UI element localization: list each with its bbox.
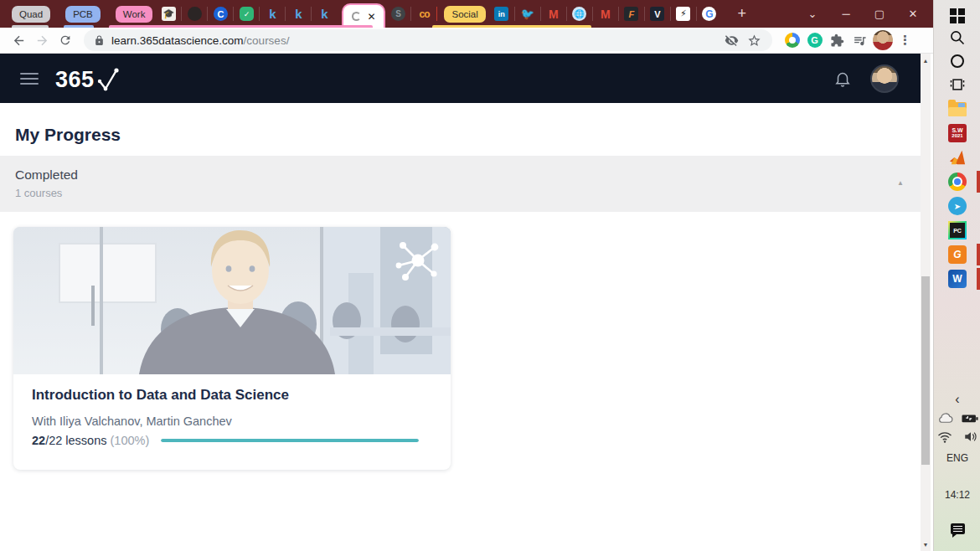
battery-icon[interactable] [961,413,979,424]
tab-linkedin[interactable]: in [489,3,514,25]
tab-green-shield[interactable]: ✓ [234,3,259,25]
page-title: My Progress [15,125,921,145]
notifications-bell-icon[interactable] [833,69,852,89]
word-icon[interactable]: W [934,268,980,290]
page-viewport: 365 My Progress Completed 1 courses ▲ [0,54,921,551]
site-logo[interactable]: 365 [55,64,121,93]
tab-bird[interactable]: ⚡ [671,3,696,25]
matlab-icon[interactable] [934,147,980,168]
tab-notebook[interactable]: 🎓 [156,3,181,25]
onedrive-cloud-icon[interactable] [936,412,955,424]
lessons-progress-text: 22/22 lessons (100%) [32,434,149,447]
browser-profile-avatar[interactable] [871,29,894,52]
course-instructors: With Iliya Valchanov, Martin Ganchev [32,415,432,428]
chrome-taskbar-icon[interactable] [934,171,980,193]
tab-group-social[interactable]: Social [444,6,485,23]
solidworks-icon[interactable]: S.W 2021 [934,122,980,144]
reload-icon[interactable] [54,28,77,52]
back-icon[interactable] [7,28,30,52]
course-title[interactable]: Introduction to Data and Data Science [32,387,432,404]
lock-icon [94,35,105,46]
tab-group-quad[interactable]: Quad [12,6,50,23]
close-tab-icon[interactable]: ✕ [367,11,375,23]
bookmark-star-icon[interactable] [743,29,766,52]
google-icon: G [702,7,716,21]
task-view-icon[interactable] [934,74,980,95]
tab-github[interactable] [182,3,207,25]
tab-search-chevron[interactable]: ⌄ [796,0,829,28]
tab-group-pcb[interactable]: PCB [65,6,101,23]
tab-v[interactable]: V [645,3,670,25]
tab-kaggle-3[interactable]: k [312,3,337,25]
tab-twitter[interactable]: 🐦 [515,3,540,25]
extensions-puzzle-icon[interactable] [826,29,848,52]
word-indicator [977,268,980,290]
tab-coursera[interactable]: C [208,3,233,25]
section-collapse-icon[interactable]: ▲ [897,179,904,187]
windows-taskbar: S.W 2021 ➤ PC G W ‹ [933,0,980,551]
browser-menu-kebab-icon[interactable]: ⋮ [894,29,916,52]
grammarly-extension-icon[interactable]: G [803,29,826,52]
playlist-extension-icon[interactable] [848,29,871,52]
linkedin-icon: in [494,7,508,21]
course-thumbnail [13,227,451,374]
scroll-up-arrow[interactable]: ▲ [921,55,931,65]
url-text[interactable]: learn.365datascience.com/courses/ [111,34,720,47]
active-tab-favicon [352,12,361,21]
tray-row-2 [934,425,980,447]
tab-separator-red [436,7,437,21]
kaggle-icon: k [321,7,328,21]
tab-kaggle-2[interactable]: k [286,3,311,25]
page-scrollbar[interactable]: ▲ ▼ [921,54,931,551]
gom-player-icon[interactable]: G [934,244,980,265]
pycharm-icon[interactable]: PC [934,219,980,241]
address-bar[interactable]: learn.365datascience.com/courses/ [84,29,772,51]
window-close-button[interactable]: ✕ [896,0,930,28]
language-indicator[interactable]: ENG [934,447,980,469]
completed-section-header[interactable]: Completed 1 courses ▲ [0,156,921,212]
clock[interactable]: 14:12 [934,484,980,506]
wifi-icon[interactable] [936,430,954,443]
new-tab-button[interactable]: + [730,5,754,23]
kaggle-icon: k [269,7,276,21]
kaggle-icon: k [295,7,302,21]
bird-glyph-icon: ⚡ [676,7,690,21]
speaker-icon[interactable] [962,430,980,443]
logo-text: 365 [55,67,95,93]
forward-icon[interactable] [30,28,54,52]
notebook-icon: 🎓 [162,7,176,21]
windows-search-icon[interactable] [934,27,980,49]
active-tab-365datascience[interactable]: ✕ [342,3,385,28]
file-explorer-icon[interactable] [934,98,980,120]
eye-slash-icon[interactable] [720,29,743,52]
tab-frontend-masters[interactable]: F [619,3,644,25]
shield-check-icon: ✓ [240,7,254,21]
progress-fill [161,439,419,442]
scrollbar-thumb[interactable] [921,276,930,465]
user-avatar[interactable] [870,64,899,93]
action-center-icon[interactable] [934,518,980,539]
window-minimize-button[interactable]: ─ [829,0,863,28]
hamburger-menu-icon[interactable] [20,70,39,88]
tab-blue-globe[interactable]: 🌐 [567,3,592,25]
cortana-icon[interactable] [934,50,980,72]
course-card[interactable]: Introduction to Data and Data Science Wi… [13,227,451,470]
section-count: 1 courses [15,187,921,199]
browser-toolbar: learn.365datascience.com/courses/ G [0,28,933,54]
tab-group-work[interactable]: Work [116,6,153,23]
gom-indicator [977,244,980,265]
section-title: Completed [15,167,921,183]
gmail-icon: M [601,8,611,21]
windows-start-icon[interactable] [934,5,980,27]
tab-kaggle-1[interactable]: k [260,3,285,25]
adsense-extension-icon[interactable] [781,29,803,52]
tab-colab[interactable]: co [411,3,436,25]
telegram-icon[interactable]: ➤ [934,195,980,217]
scroll-down-arrow[interactable]: ▼ [921,539,931,549]
tab-gmail-2[interactable]: M [593,3,618,25]
frontend-masters-icon: F [624,7,638,21]
tab-dark-globe[interactable]: S [385,3,410,25]
window-maximize-button[interactable]: ▢ [863,0,896,28]
tab-gmail-1[interactable]: M [541,3,566,25]
tab-google[interactable]: G [697,3,722,25]
